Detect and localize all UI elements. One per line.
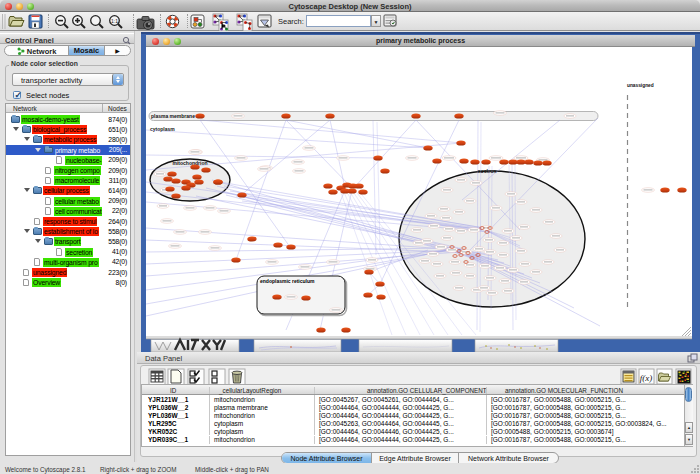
svg-text:endoplasmic reticulum: endoplasmic reticulum — [260, 278, 315, 284]
svg-text:plasma membrane: plasma membrane — [151, 113, 195, 119]
svg-text:unassigned: unassigned — [627, 83, 654, 88]
svg-text:f(x): f(x) — [640, 373, 653, 383]
svg-text:1:1: 1:1 — [111, 18, 118, 24]
